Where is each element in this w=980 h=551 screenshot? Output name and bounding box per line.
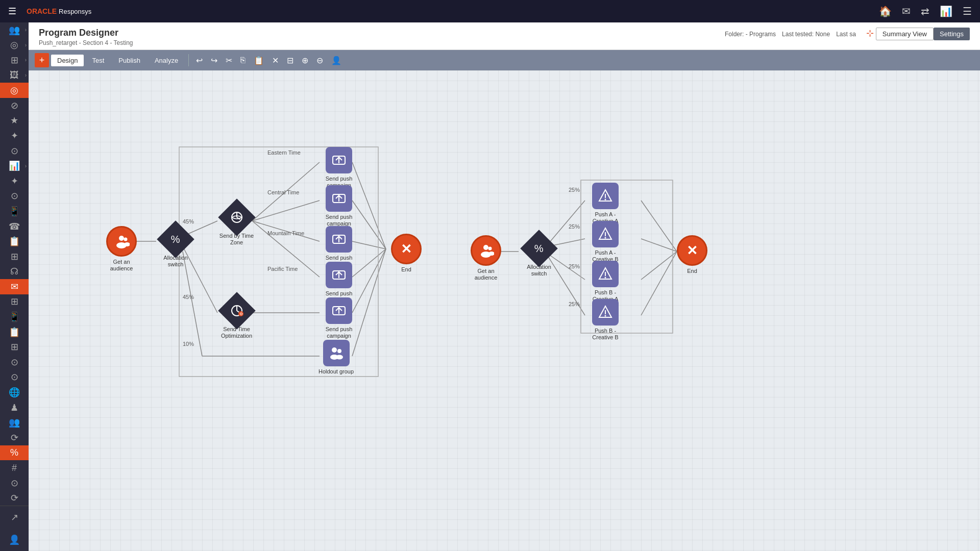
undo-button[interactable]: ↩ — [193, 54, 206, 67]
sidebar-item-sync[interactable]: ⟳ — [0, 430, 29, 445]
sidebar-item-user[interactable]: 👤 — [0, 529, 29, 551]
hamburger-icon[interactable]: ☰ — [8, 6, 16, 17]
push-a-creative-a-node[interactable]: Push A - Creative A — [585, 183, 626, 224]
sidebar-item-hash[interactable]: # — [0, 460, 29, 475]
sidebar-item-logout[interactable]: ↗ — [0, 506, 29, 529]
menu-icon[interactable]: ☰ — [963, 5, 972, 17]
home-icon[interactable]: 🏠 — [879, 5, 892, 17]
push-b-creative-b-node[interactable]: Push B - Creative B — [585, 299, 626, 341]
sidebar-item-image[interactable]: 🖼› — [0, 68, 29, 83]
sidebar-item-globe-sm[interactable]: ⊙ — [0, 370, 29, 385]
holdout-node[interactable]: Holdout group — [318, 340, 354, 375]
push-pacific-icon[interactable] — [326, 262, 352, 288]
svg-point-59 — [605, 199, 606, 201]
sidebar-item-refresh[interactable]: ☊ — [0, 264, 29, 280]
tab-design[interactable]: Design — [51, 55, 84, 66]
sidebar-item-circle[interactable]: ⊙ — [0, 143, 29, 159]
summary-view-button[interactable]: Summary View — [876, 28, 934, 40]
sidebar-item-time[interactable]: ⊙ — [0, 189, 29, 204]
paste-button[interactable]: 📋 — [251, 54, 267, 67]
push-b-creative-a-node[interactable]: Push B - Creative A — [585, 261, 626, 303]
get-audience-1-circle[interactable] — [106, 226, 137, 257]
end-2-circle[interactable]: ✕ — [677, 235, 707, 266]
push-a-creative-a-icon[interactable] — [592, 183, 619, 209]
sidebar-item-grid[interactable]: ⊞› — [0, 53, 29, 68]
sidebar-item-audience[interactable]: 👥› — [0, 22, 29, 38]
sidebar-item-dot[interactable]: ⊙ — [0, 355, 29, 370]
sidebar-item-refresh2[interactable]: ⟳ — [0, 490, 29, 506]
sidebar-item-grid2[interactable]: ⊞ — [0, 249, 29, 264]
end-1-circle[interactable]: ✕ — [391, 234, 422, 264]
zoom-in-button[interactable]: 👤 — [328, 54, 345, 67]
delete-button[interactable]: ✕ — [269, 54, 282, 67]
allocation-switch-2-diamond[interactable]: % — [520, 230, 558, 267]
copy-button[interactable]: ⎘ — [237, 54, 249, 67]
get-audience-1-node[interactable]: Get an audience — [101, 226, 142, 272]
send-by-time-zone-diamond[interactable] — [218, 198, 256, 236]
sidebar-item-percent[interactable]: % — [0, 445, 29, 461]
pct-push-b-cb: 25% — [569, 301, 580, 307]
allocation-switch-1-diamond[interactable]: % — [157, 220, 194, 258]
zoom-out-button[interactable]: ⊖ — [313, 54, 326, 67]
top-nav-icons: 🏠 ✉ ⇄ 📊 ☰ — [879, 5, 972, 17]
tab-publish[interactable]: Publish — [112, 55, 146, 66]
sidebar-item-mobile2[interactable]: 📱 — [0, 309, 29, 324]
push-sto-icon[interactable] — [326, 297, 352, 324]
push-b-creative-b-icon[interactable] — [592, 299, 619, 325]
push-central-icon[interactable] — [326, 185, 352, 212]
chart-icon[interactable]: 📊 — [940, 5, 952, 17]
sidebar-item-globe[interactable]: 🌐 — [0, 385, 29, 400]
get-audience-2-node[interactable]: Get an audience — [465, 235, 506, 281]
send-time-optimization-node[interactable]: ⚙ Send Time Optimization — [217, 297, 256, 339]
end-1-node[interactable]: ✕ End — [391, 234, 422, 273]
sidebar-item-mobile[interactable]: 📱 — [0, 204, 29, 219]
send-time-optimization-diamond[interactable]: ⚙ — [218, 292, 256, 330]
allocation-switch-2-node[interactable]: % Allocation switch — [519, 235, 559, 277]
get-audience-2-circle[interactable] — [471, 235, 501, 266]
push-a-creative-b-icon[interactable] — [592, 221, 619, 247]
cut-button[interactable]: ✂ — [223, 54, 235, 67]
sidebar-item-email[interactable]: ✉ — [0, 279, 29, 294]
end-2-node[interactable]: ✕ End — [677, 235, 707, 274]
sidebar-item-star[interactable]: ★ — [0, 113, 29, 129]
zoom-fit-button[interactable]: ⊕ — [299, 54, 311, 67]
canvas-area[interactable]: Get an audience % Allocation switch 45% … — [29, 70, 980, 551]
svg-point-52 — [336, 355, 343, 360]
svg-point-55 — [488, 247, 492, 251]
push-a-creative-b-node[interactable]: Push A - Creative B — [585, 221, 626, 263]
align-button[interactable]: ⊟ — [284, 54, 297, 67]
sidebar-item-sparkle2[interactable]: ✦ — [0, 173, 29, 189]
settings-button[interactable]: Settings — [934, 28, 970, 40]
redo-button[interactable]: ↪ — [208, 54, 220, 67]
tab-test[interactable]: Test — [86, 55, 110, 66]
holdout-icon[interactable] — [323, 340, 350, 366]
page-header-right: Folder: - Programs Last tested: None Las… — [725, 28, 970, 40]
connect-icon[interactable]: ⇄ — [921, 5, 929, 17]
sidebar-item-checklist[interactable]: 📋 — [0, 324, 29, 340]
push-mountain-icon[interactable] — [326, 226, 352, 253]
add-button[interactable]: + — [35, 53, 49, 67]
sidebar-item-active[interactable]: ◎ — [0, 83, 29, 98]
sidebar-item-sparkle[interactable]: ✦ — [0, 128, 29, 143]
mail-icon[interactable]: ✉ — [902, 5, 911, 17]
send-by-time-zone-node[interactable]: Send by Time Zone — [217, 204, 256, 246]
sidebar-item-target[interactable]: ◎› — [0, 38, 29, 53]
sidebar-item-list[interactable]: 📋 — [0, 234, 29, 249]
push-eastern-icon[interactable] — [326, 147, 352, 173]
push-b-creative-a-icon[interactable] — [592, 261, 619, 287]
tab-analyze[interactable]: Analyze — [149, 55, 184, 66]
sidebar-item-phone[interactable]: ☎ — [0, 219, 29, 234]
push-central-node[interactable]: Send push campaign — [318, 185, 359, 227]
sidebar-item-box[interactable]: ⊞ — [0, 294, 29, 310]
sidebar-item-block[interactable]: ⊘ — [0, 98, 29, 113]
sidebar-item-tiles[interactable]: ⊞ — [0, 339, 29, 355]
sidebar-item-person[interactable]: ♟ — [0, 400, 29, 415]
sidebar-item-chart[interactable]: 📊› — [0, 158, 29, 173]
push-sto-node[interactable]: Send push campaign — [318, 297, 359, 339]
main-content: Program Designer Push_retarget - Section… — [29, 22, 980, 551]
sidebar-item-circle2[interactable]: ⊙ — [0, 475, 29, 491]
get-audience-2-label: Get an audience — [465, 268, 506, 281]
push-eastern-node[interactable]: Send push campaign — [318, 147, 359, 189]
allocation-switch-1-node[interactable]: % Allocation switch — [155, 226, 196, 268]
sidebar-item-people[interactable]: 👥 — [0, 415, 29, 430]
